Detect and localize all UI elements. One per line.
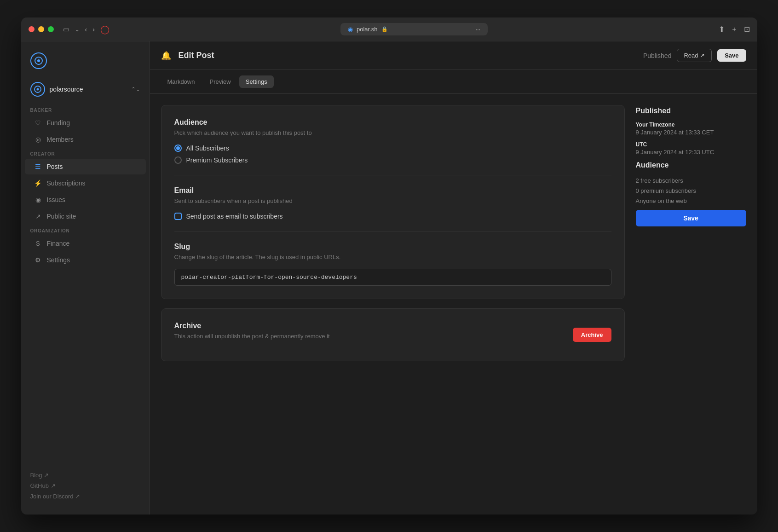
radio-label-premium: Premium Subscribers xyxy=(186,156,248,164)
email-checkbox[interactable]: Send post as email to subscribers xyxy=(174,213,611,220)
audience-radio-group: All Subscribers Premium Subscribers xyxy=(174,145,611,164)
archive-desc: This action will unpublish the post & pe… xyxy=(174,333,330,340)
save-main-button[interactable]: Save xyxy=(636,210,746,226)
sidebar-item-funding-label: Funding xyxy=(47,119,70,127)
url-text: polar.sh xyxy=(357,26,378,33)
top-bar: 🔔 Edit Post Published Read ↗ Save xyxy=(150,41,757,70)
timezone-value: 9 January 2024 at 13:33 CET xyxy=(636,129,746,136)
sidebar-item-issues[interactable]: ◉ Issues xyxy=(25,192,146,208)
page-title: Edit Post xyxy=(179,51,214,60)
archive-title: Archive xyxy=(174,322,330,330)
archive-panel: Archive This action will unpublish the p… xyxy=(161,308,625,361)
sidebar-item-posts-label: Posts xyxy=(47,163,63,170)
github-link[interactable]: GitHub ↗ xyxy=(30,482,140,489)
org-name: polarsource xyxy=(50,86,127,93)
finance-icon: $ xyxy=(34,239,42,248)
tab-settings[interactable]: Settings xyxy=(239,75,274,88)
sidebar-logo-area xyxy=(21,49,150,78)
read-button[interactable]: Read ↗ xyxy=(677,49,712,62)
settings-icon: ⚙ xyxy=(34,256,42,264)
sidebar-item-subscriptions-label: Subscriptions xyxy=(47,179,86,187)
traffic-lights xyxy=(29,26,54,32)
checkbox-box xyxy=(174,213,182,220)
audience-right-title: Audience xyxy=(636,161,746,169)
sidebar-item-members-label: Members xyxy=(47,136,74,143)
radio-inner-all xyxy=(176,146,180,150)
slug-title: Slug xyxy=(174,243,611,251)
members-icon: ◎ xyxy=(34,135,42,144)
forward-icon[interactable]: › xyxy=(92,26,95,33)
org-logo xyxy=(30,82,45,97)
email-section: Email Sent to subscribers when a post is… xyxy=(174,186,611,220)
radio-circle-premium xyxy=(174,156,182,164)
slug-input-wrapper xyxy=(174,269,611,286)
audience-item-free: 2 free subscribers xyxy=(636,176,746,186)
checkbox-label: Send post as email to subscribers xyxy=(186,213,283,220)
favicon-icon: ◉ xyxy=(348,26,353,33)
slug-desc: Change the slug of the article. The slug… xyxy=(174,254,611,260)
main-content: 🔔 Edit Post Published Read ↗ Save Markdo… xyxy=(150,41,757,515)
titlebar: ▭ ⌄ ‹ › ◯ ◉ polar.sh 🔒 ··· ⬆ + ⊡ xyxy=(21,17,757,41)
bell-icon[interactable]: 🔔 xyxy=(161,51,171,61)
sidebar-item-settings[interactable]: ⚙ Settings xyxy=(25,252,146,268)
timezone-label: Your Timezone xyxy=(636,121,746,128)
close-button[interactable] xyxy=(29,26,35,32)
audience-desc: Pick which audience you want to publish … xyxy=(174,129,611,136)
tabs-icon[interactable]: ⊡ xyxy=(744,25,750,34)
external-link-icon: ↗ xyxy=(34,212,42,220)
settings-main: Audience Pick which audience you want to… xyxy=(161,105,625,503)
blog-link-label: Blog ↗ xyxy=(30,472,49,479)
tab-preview[interactable]: Preview xyxy=(203,75,237,88)
tabs-bar: Markdown Preview Settings xyxy=(150,70,757,94)
sidebar-item-finance[interactable]: $ Finance xyxy=(25,236,146,251)
published-title: Published xyxy=(636,107,746,115)
maximize-button[interactable] xyxy=(48,26,54,32)
sidebar: polarsource ⌃⌄ BACKER ♡ Funding ◎ Member… xyxy=(21,41,150,515)
share-icon[interactable]: ⬆ xyxy=(719,25,725,34)
url-more-icon[interactable]: ··· xyxy=(476,26,480,33)
blog-link[interactable]: Blog ↗ xyxy=(30,472,140,479)
archive-button[interactable]: Archive xyxy=(573,328,611,342)
right-panel: Published Your Timezone 9 January 2024 a… xyxy=(636,105,746,503)
save-topbar-button[interactable]: Save xyxy=(717,49,746,62)
svg-point-1 xyxy=(37,59,40,62)
posts-icon: ☰ xyxy=(34,162,42,171)
org-selector[interactable]: polarsource ⌃⌄ xyxy=(21,78,150,104)
backer-section-label: BACKER xyxy=(21,104,150,115)
audience-panel: Audience Pick which audience you want to… xyxy=(161,105,625,299)
org-chevron-icon: ⌃⌄ xyxy=(131,86,140,93)
sidebar-item-subscriptions[interactable]: ⚡ Subscriptions xyxy=(25,175,146,191)
email-desc: Sent to subscribers when a post is publi… xyxy=(174,197,611,204)
tab-markdown[interactable]: Markdown xyxy=(161,75,202,88)
creator-section-label: CREATOR xyxy=(21,148,150,158)
email-title: Email xyxy=(174,186,611,195)
sidebar-item-public-site[interactable]: ↗ Public site xyxy=(25,208,146,224)
archive-info: Archive This action will unpublish the p… xyxy=(174,322,330,348)
circle-icon: ◯ xyxy=(100,24,109,35)
sidebar-item-posts[interactable]: ☰ Posts xyxy=(25,159,146,174)
published-info: Published Your Timezone 9 January 2024 a… xyxy=(636,105,746,228)
organization-section-label: ORGANIZATION xyxy=(21,225,150,235)
sidebar-item-funding[interactable]: ♡ Funding xyxy=(25,115,146,131)
discord-link[interactable]: Join our Discord ↗ xyxy=(30,493,140,500)
radio-circle-all xyxy=(174,145,182,152)
radio-premium-subscribers[interactable]: Premium Subscribers xyxy=(174,156,611,164)
sidebar-item-members[interactable]: ◎ Members xyxy=(25,132,146,147)
slug-section: Slug Change the slug of the article. The… xyxy=(174,243,611,286)
audience-item-web: Anyone on the web xyxy=(636,196,746,206)
github-link-label: GitHub ↗ xyxy=(30,482,56,489)
minimize-button[interactable] xyxy=(38,26,44,32)
slug-input[interactable] xyxy=(174,269,611,286)
radio-label-all: All Subscribers xyxy=(186,145,229,152)
audience-title: Audience xyxy=(174,118,611,127)
status-label: Published xyxy=(643,52,672,59)
sidebar-toggle-icon[interactable]: ▭ xyxy=(63,25,69,34)
new-tab-icon[interactable]: + xyxy=(732,25,736,34)
audience-item-premium: 0 premium subscribers xyxy=(636,186,746,196)
issues-icon: ◉ xyxy=(34,196,42,204)
radio-all-subscribers[interactable]: All Subscribers xyxy=(174,145,611,152)
sidebar-item-settings-label: Settings xyxy=(47,256,70,264)
subscriptions-icon: ⚡ xyxy=(34,179,42,187)
back-icon[interactable]: ‹ xyxy=(85,26,87,33)
url-bar[interactable]: ◉ polar.sh 🔒 ··· xyxy=(340,23,488,35)
